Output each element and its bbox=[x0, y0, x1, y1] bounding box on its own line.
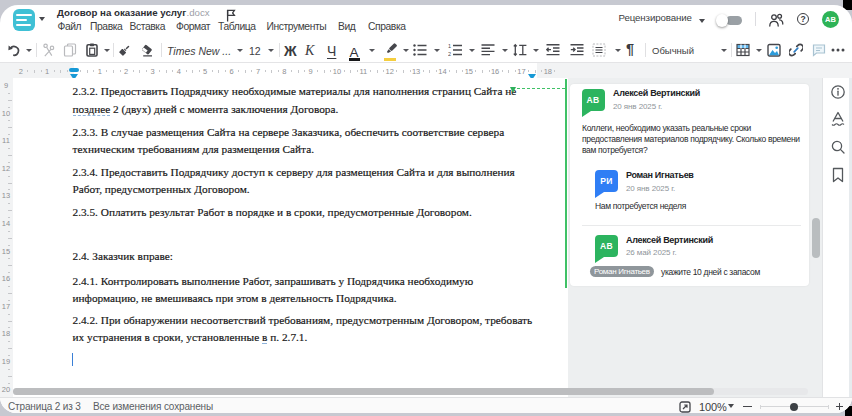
svg-text:2: 2 bbox=[448, 51, 451, 57]
svg-text:1: 1 bbox=[448, 43, 451, 49]
